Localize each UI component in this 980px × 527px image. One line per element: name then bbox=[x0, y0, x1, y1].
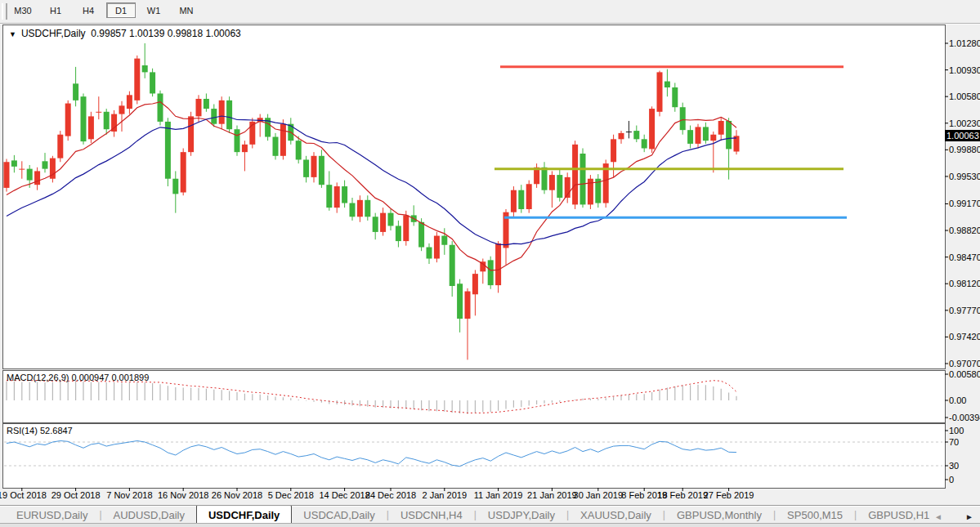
price-axis-label: 1.00580 bbox=[949, 92, 980, 101]
macd-values: 0.000947 0.001899 bbox=[71, 373, 149, 382]
timeframe-button-M30[interactable]: M30 bbox=[8, 2, 38, 18]
tab-scroll-left-icon[interactable]: ◄ bbox=[934, 512, 942, 521]
price-axis-label: 0.97770 bbox=[949, 306, 980, 315]
timeframe-button-D1[interactable]: D1 bbox=[106, 2, 136, 18]
macd-indicator-label: MACD(12,26,9) 0.000947 0.001899 bbox=[7, 373, 149, 382]
symbol-tab-XAUUSD[interactable]: XAUUSD,Daily bbox=[569, 507, 663, 524]
status-strip bbox=[0, 523, 980, 527]
rsi-value: 52.6847 bbox=[40, 426, 73, 435]
timeframe-button-H4[interactable]: H4 bbox=[74, 2, 103, 18]
indicator-axis-label: 30 bbox=[949, 461, 959, 471]
symbol-tab-SP500[interactable]: SP500,M15 bbox=[776, 507, 854, 524]
date-axis-label: 16 Nov 2018 bbox=[153, 490, 213, 500]
macd-name: MACD(12,26,9) bbox=[7, 373, 69, 382]
indicator-axis-label: 0.00 bbox=[949, 395, 966, 405]
indicator-axis-label: -0.003945 bbox=[949, 413, 980, 422]
tab-scroll-arrows: ◄ ► bbox=[934, 512, 980, 524]
chart-info-line: ▼USDCHF,Daily 0.99857 1.00139 0.99818 1.… bbox=[9, 28, 241, 39]
date-axis-label: 11 Jan 2019 bbox=[468, 490, 529, 500]
date-axis-label: 27 Feb 2019 bbox=[699, 490, 759, 500]
date-axis-label: 29 Oct 2018 bbox=[46, 490, 106, 500]
symbol-tab-USDCHF[interactable]: USDCHF,Daily bbox=[196, 506, 292, 524]
date-axis-label: 2 Jan 2019 bbox=[414, 490, 475, 500]
price-axis-label: 0.99880 bbox=[949, 145, 980, 154]
date-axis-label: 24 Dec 2018 bbox=[360, 490, 421, 500]
symbol-tab-EURUSD[interactable]: EURUSD,Daily bbox=[5, 507, 99, 524]
price-axis-label: 1.00230 bbox=[949, 118, 980, 128]
indicator-axis-label: 0.005802 bbox=[949, 369, 980, 379]
price-axis-label: 0.97070 bbox=[949, 359, 980, 368]
main-chart-pane[interactable] bbox=[2, 25, 946, 369]
chart-symbol-label: USDCHF,Daily bbox=[21, 28, 86, 39]
current-price-badge: 1.00063 bbox=[945, 130, 980, 141]
date-axis-label: 5 Dec 2018 bbox=[261, 490, 321, 500]
rsi-indicator-label: RSI(14) 52.6847 bbox=[7, 426, 73, 435]
price-axis-label: 0.98120 bbox=[949, 279, 980, 288]
price-axis-label: 0.98820 bbox=[949, 226, 980, 235]
timeframe-toolbar: M30H1H4D1W1MN bbox=[0, 0, 980, 24]
date-axis-label: 19 Oct 2018 bbox=[0, 490, 52, 500]
rsi-pane[interactable] bbox=[2, 423, 946, 489]
date-axis-label: 7 Nov 2018 bbox=[99, 490, 159, 500]
indicator-axis-label: 70 bbox=[949, 437, 959, 447]
symbol-tab-AUDUSD[interactable]: AUDUSD,Daily bbox=[102, 507, 196, 524]
date-axis-label: 26 Nov 2018 bbox=[207, 490, 267, 500]
timeframe-button-W1[interactable]: W1 bbox=[139, 2, 168, 18]
symbol-tabs: EURUSD,Daily|AUDUSD,DailyUSDCHF,DailyUSD… bbox=[0, 506, 934, 524]
toolbar-grip-icon[interactable] bbox=[2, 3, 7, 20]
price-axis-label: 0.98470 bbox=[949, 252, 980, 262]
price-axis-label: 0.97420 bbox=[949, 332, 980, 342]
symbol-tab-GBPUSD[interactable]: GBPUSD,Monthly bbox=[665, 507, 773, 524]
symbol-tab-USDCAD[interactable]: USDCAD,Daily bbox=[292, 507, 386, 524]
indicator-axis-label: 100 bbox=[949, 426, 964, 435]
symbol-dropdown-icon[interactable]: ▼ bbox=[9, 30, 16, 38]
timeframe-button-H1[interactable]: H1 bbox=[41, 2, 70, 18]
timeframe-button-MN[interactable]: MN bbox=[172, 2, 201, 18]
price-axis-label: 1.01280 bbox=[949, 38, 980, 48]
symbol-tab-bar: EURUSD,Daily|AUDUSD,DailyUSDCHF,DailyUSD… bbox=[0, 505, 980, 524]
rsi-name: RSI(14) bbox=[7, 426, 38, 435]
symbol-tab-GBPUSD[interactable]: GBPUSD,H1 bbox=[857, 507, 934, 524]
symbol-tab-USDCNH[interactable]: USDCNH,H4 bbox=[389, 507, 474, 524]
chart-ohlc-values: 0.99857 1.00139 0.99818 1.00063 bbox=[91, 28, 241, 39]
indicator-axis-label: 0 bbox=[949, 475, 954, 485]
symbol-tab-USDJPY[interactable]: USDJPY,Daily bbox=[477, 507, 566, 524]
price-axis-label: 1.00930 bbox=[949, 65, 980, 75]
price-axis-label: 0.99170 bbox=[949, 199, 980, 208]
tab-scroll-right-icon[interactable]: ► bbox=[965, 512, 973, 521]
timeframe-buttons: M30H1H4D1W1MN bbox=[8, 2, 201, 18]
price-axis-label: 0.99530 bbox=[949, 172, 980, 181]
